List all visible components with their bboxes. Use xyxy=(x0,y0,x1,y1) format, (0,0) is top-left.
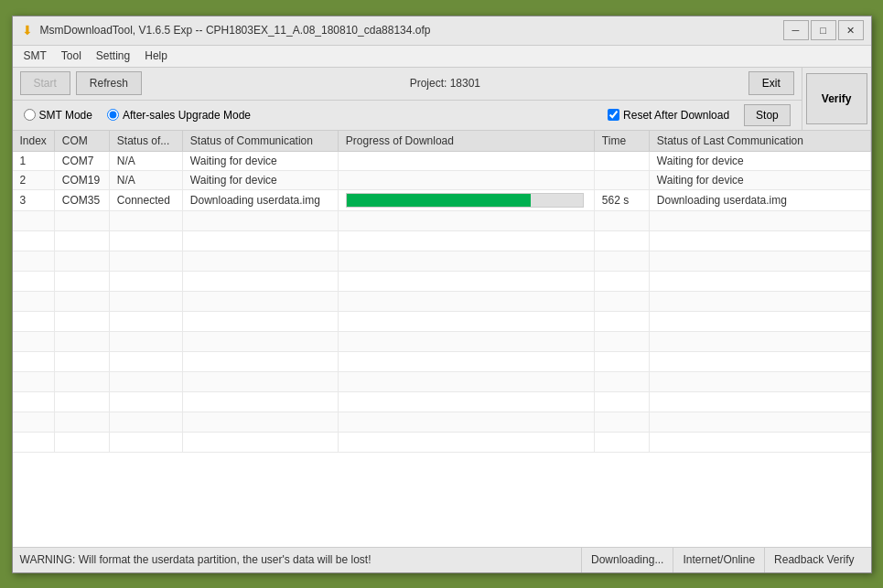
cell-progress xyxy=(338,189,594,210)
cell-empty xyxy=(109,230,182,251)
title-bar: ⬇ MsmDownloadTool, V1.6.5 Exp -- CPH1803… xyxy=(13,16,871,46)
cell-empty xyxy=(13,391,55,412)
status-warning: WARNING: Will format the userdata partit… xyxy=(20,553,582,566)
cell-empty xyxy=(54,251,109,271)
col-index: Index xyxy=(13,131,55,152)
cell-empty xyxy=(649,391,870,412)
cell-empty xyxy=(109,331,182,351)
after-sales-radio[interactable]: After-sales Upgrade Mode xyxy=(107,109,251,122)
menu-help[interactable]: Help xyxy=(137,48,175,64)
download-table-area: Index COM Status of... Status of Communi… xyxy=(13,131,871,547)
start-button[interactable]: Start xyxy=(20,71,70,95)
cell-empty xyxy=(182,432,338,452)
cell-empty xyxy=(594,391,649,412)
cell-empty xyxy=(109,432,182,452)
stop-button[interactable]: Stop xyxy=(744,104,791,126)
reset-checkbox[interactable] xyxy=(608,109,619,121)
verify-button[interactable]: Verify xyxy=(806,73,867,124)
cell-empty xyxy=(182,291,338,311)
cell-status: Connected xyxy=(109,189,182,210)
cell-empty xyxy=(182,311,338,331)
table-row-empty xyxy=(13,432,871,452)
menu-setting[interactable]: Setting xyxy=(89,48,137,64)
cell-empty xyxy=(338,371,594,391)
cell-index: 3 xyxy=(13,189,55,210)
cell-status: N/A xyxy=(109,151,182,170)
cell-empty xyxy=(649,432,870,452)
cell-empty xyxy=(13,251,55,271)
cell-empty xyxy=(109,351,182,371)
cell-empty xyxy=(13,291,55,311)
status-bar: WARNING: Will format the userdata partit… xyxy=(13,547,871,572)
cell-empty xyxy=(13,432,55,452)
cell-empty xyxy=(13,230,55,251)
cell-com: COM35 xyxy=(54,189,109,210)
cell-empty xyxy=(54,271,109,291)
menu-tool[interactable]: Tool xyxy=(54,48,89,64)
cell-empty xyxy=(338,412,594,432)
cell-empty xyxy=(182,331,338,351)
cell-empty xyxy=(54,412,109,432)
cell-empty xyxy=(338,210,594,230)
table-row-empty xyxy=(13,251,871,271)
cell-comm-status: Waiting for device xyxy=(182,151,338,170)
exit-button[interactable]: Exit xyxy=(748,71,794,95)
minimize-button[interactable]: ─ xyxy=(783,20,809,40)
table-row-empty xyxy=(13,391,871,412)
col-progress: Progress of Download xyxy=(338,131,594,152)
cell-time: 562 s xyxy=(594,189,649,210)
app-icon: ⬇ xyxy=(20,23,35,37)
table-row-empty xyxy=(13,271,871,291)
cell-empty xyxy=(109,271,182,291)
close-button[interactable]: ✕ xyxy=(838,20,864,40)
cell-progress xyxy=(338,151,594,170)
cell-empty xyxy=(13,412,55,432)
maximize-button[interactable]: □ xyxy=(811,20,836,40)
cell-last-comm: Waiting for device xyxy=(649,170,870,189)
cell-empty xyxy=(13,351,55,371)
col-com: COM xyxy=(54,131,109,152)
cell-empty xyxy=(182,391,338,412)
col-last-comm: Status of Last Communication xyxy=(649,131,870,152)
table-row-empty xyxy=(13,351,871,371)
cell-empty xyxy=(594,210,649,230)
cell-time xyxy=(594,170,649,189)
reset-after-download-label: Reset After Download xyxy=(623,109,729,122)
refresh-button[interactable]: Refresh xyxy=(76,71,142,95)
cell-empty xyxy=(338,391,594,412)
table-row-empty xyxy=(13,210,871,230)
cell-comm-status: Waiting for device xyxy=(182,170,338,189)
cell-empty xyxy=(182,210,338,230)
table-row-empty xyxy=(13,371,871,391)
menu-smt[interactable]: SMT xyxy=(16,48,54,64)
status-downloading: Downloading... xyxy=(581,547,673,572)
cell-empty xyxy=(109,251,182,271)
cell-empty xyxy=(109,391,182,412)
cell-last-comm: Downloading userdata.img xyxy=(649,189,870,210)
cell-empty xyxy=(649,351,870,371)
cell-last-comm: Waiting for device xyxy=(649,151,870,170)
cell-empty xyxy=(338,271,594,291)
cell-comm-status: Downloading userdata.img xyxy=(182,189,338,210)
cell-empty xyxy=(649,311,870,331)
cell-empty xyxy=(338,351,594,371)
col-status: Status of... xyxy=(109,131,182,152)
cell-empty xyxy=(109,291,182,311)
cell-empty xyxy=(54,230,109,251)
status-right: Downloading... Internet/Online Readback … xyxy=(581,547,864,572)
cell-empty xyxy=(109,371,182,391)
cell-empty xyxy=(649,331,870,351)
cell-empty xyxy=(54,351,109,371)
cell-empty xyxy=(338,311,594,331)
cell-empty xyxy=(594,351,649,371)
cell-empty xyxy=(182,412,338,432)
download-table: Index COM Status of... Status of Communi… xyxy=(13,131,871,453)
table-row-empty xyxy=(13,331,871,351)
cell-empty xyxy=(338,291,594,311)
reset-after-download-group: Reset After Download xyxy=(608,109,729,122)
table-row-empty xyxy=(13,230,871,251)
cell-empty xyxy=(182,351,338,371)
smt-mode-radio[interactable]: SMT Mode xyxy=(24,109,92,122)
cell-progress xyxy=(338,170,594,189)
smt-mode-label: SMT Mode xyxy=(39,109,92,122)
